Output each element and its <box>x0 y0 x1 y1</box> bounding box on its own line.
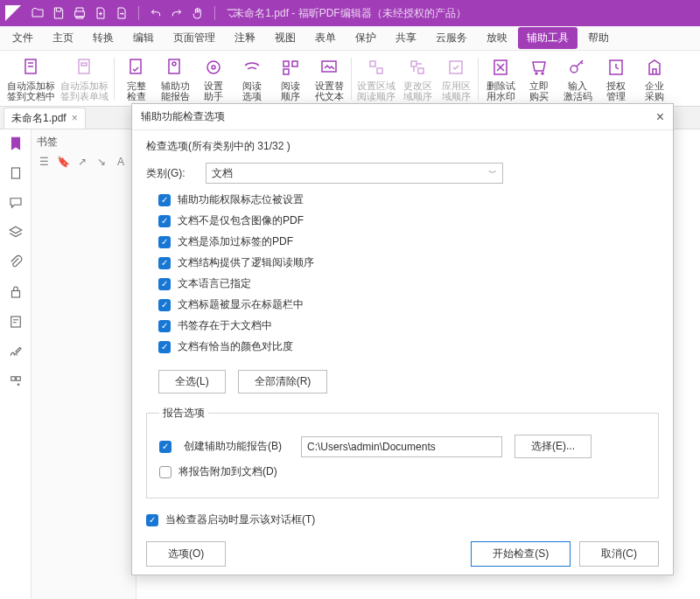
checkbox[interactable]: ✓ <box>158 299 171 311</box>
menu-view[interactable]: 视图 <box>266 27 304 49</box>
quick-access <box>30 5 240 21</box>
category-value: 文档 <box>212 166 233 181</box>
svg-rect-24 <box>10 317 20 327</box>
ribbon-set-region-order: 设置区域阅读顺序 <box>355 54 397 103</box>
checkbox-show-on-start[interactable]: ✓ <box>146 514 158 526</box>
menu-help[interactable]: 帮助 <box>579 27 618 49</box>
security-icon[interactable] <box>7 283 24 301</box>
panel-expand-icon[interactable]: ↗ <box>75 155 89 169</box>
menu-accessibility[interactable]: 辅助工具 <box>518 27 578 49</box>
report-path-field[interactable]: C:\Users\admin\Documents <box>301 436 502 457</box>
doc-tab[interactable]: 未命名1.pdf × <box>4 108 86 129</box>
options-button[interactable]: 选项(O) <box>146 541 226 567</box>
check-item-label: 文档结构提供了逻辑阅读顺序 <box>178 255 314 270</box>
checkbox[interactable]: ✓ <box>158 257 171 269</box>
signature-icon[interactable] <box>7 343 24 360</box>
menu-cloud[interactable]: 云服务 <box>427 27 476 49</box>
panel-text-icon[interactable]: A <box>114 155 128 169</box>
bookmarks-icon[interactable] <box>7 135 24 152</box>
ribbon-full-check[interactable]: 完整检查 <box>118 54 155 103</box>
category-select[interactable]: 文档 ﹀ <box>206 163 503 184</box>
ribbon-license-mgmt[interactable]: 授权管理 <box>598 54 634 103</box>
svg-point-6 <box>207 61 220 73</box>
checkbox-attach-report[interactable] <box>159 466 172 478</box>
menu-convert[interactable]: 转换 <box>84 27 122 49</box>
close-icon[interactable]: × <box>72 112 78 124</box>
start-check-button[interactable]: 开始检查(S) <box>471 541 570 567</box>
dialog-titlebar: 辅助功能检查选项 × <box>132 104 673 130</box>
select-all-button[interactable]: 全选(L) <box>158 370 226 394</box>
dialog-close-icon[interactable]: × <box>656 109 664 125</box>
ribbon-buy-now[interactable]: 立即购买 <box>521 54 557 103</box>
svg-rect-9 <box>292 61 298 66</box>
menu-share[interactable]: 共享 <box>387 27 425 49</box>
report-options-legend: 报告选项 <box>159 406 208 421</box>
svg-rect-26 <box>16 377 20 381</box>
pages-icon[interactable] <box>7 164 24 182</box>
svg-point-5 <box>172 62 176 66</box>
menu-edit[interactable]: 编辑 <box>124 27 163 49</box>
cancel-button[interactable]: 取消(C) <box>579 541 659 567</box>
ribbon-alt-text[interactable]: 设置替代文本 <box>311 54 347 103</box>
checkbox[interactable]: ✓ <box>158 194 171 206</box>
browse-button[interactable]: 选择(E)... <box>514 435 592 458</box>
checkbox[interactable]: ✓ <box>158 341 171 353</box>
menu-annotate[interactable]: 注释 <box>226 27 264 49</box>
ribbon-enter-key[interactable]: 输入激活码 <box>559 54 596 103</box>
svg-rect-14 <box>411 61 416 66</box>
svg-rect-10 <box>284 69 289 74</box>
check-options-header: 检查选项(所有类别中的 31/32 ) <box>146 139 659 154</box>
ribbon-read-order[interactable]: 阅读顺序 <box>272 54 309 103</box>
ribbon-setup-assistant[interactable]: 设置助手 <box>195 54 232 103</box>
clear-all-button[interactable]: 全部清除(R) <box>238 370 328 394</box>
create-report-label: 创建辅助功能报告(B) <box>184 439 289 454</box>
ribbon-change-region-order: 更改区域顺序 <box>399 54 436 103</box>
check-item-label: 文档是添加过标签的PDF <box>178 234 293 249</box>
svg-point-19 <box>542 73 543 74</box>
redo-icon[interactable] <box>169 5 185 21</box>
check-item-label: 辅助功能权限标志位被设置 <box>178 192 304 207</box>
hand-icon[interactable] <box>190 5 206 21</box>
menu-present[interactable]: 放映 <box>478 27 516 49</box>
ribbon-read-options[interactable]: 阅读选项 <box>234 54 270 103</box>
category-label: 类别(G): <box>146 166 195 181</box>
ribbon-enterprise[interactable]: 企业采购 <box>636 54 673 103</box>
dialog-title: 辅助功能检查选项 <box>141 109 225 124</box>
doc-plus-icon[interactable] <box>93 5 108 21</box>
checkbox[interactable]: ✓ <box>158 236 171 248</box>
checkbox-create-report[interactable]: ✓ <box>159 441 172 453</box>
menu-file[interactable]: 文件 <box>4 27 42 49</box>
checkbox[interactable]: ✓ <box>158 320 171 332</box>
print-icon[interactable] <box>72 5 88 21</box>
svg-rect-3 <box>130 59 141 73</box>
ribbon-autotag-form: 自动添加标签到表单域 <box>59 54 110 103</box>
ribbon-autotag-doc[interactable]: 自动添加标签到文档中 <box>5 54 57 103</box>
bookmarks-panel: 书签 ☰ 🔖 ↗ ↘ A <box>32 129 136 599</box>
menu-form[interactable]: 表单 <box>306 27 345 49</box>
check-item-label: 文档不是仅包含图像的PDF <box>178 213 304 228</box>
menu-home[interactable]: 主页 <box>44 27 82 49</box>
comments-icon[interactable] <box>7 194 24 212</box>
open-icon[interactable] <box>30 5 46 21</box>
ribbon-a11y-report[interactable]: 辅助功能报告 <box>157 54 193 103</box>
menu-pagemgmt[interactable]: 页面管理 <box>164 27 224 49</box>
panel-collapse-icon[interactable]: ↘ <box>94 155 108 169</box>
menu-protect[interactable]: 保护 <box>346 27 385 49</box>
attach-report-label: 将报告附加到文档(D) <box>178 464 277 479</box>
check-item-label: 书签存在于大文档中 <box>178 318 272 333</box>
form-icon[interactable] <box>7 313 24 331</box>
attachments-icon[interactable] <box>7 254 24 271</box>
undo-icon[interactable] <box>148 5 164 21</box>
checkbox[interactable]: ✓ <box>158 278 171 290</box>
panel-add-icon[interactable]: 🔖 <box>56 155 70 169</box>
more-icon[interactable] <box>7 373 24 390</box>
svg-rect-12 <box>370 61 375 66</box>
panel-menu-icon[interactable]: ☰ <box>37 155 51 169</box>
check-item-label: 文档标题被显示在标题栏中 <box>178 297 304 312</box>
ribbon-remove-trial-wm[interactable]: 删除试用水印 <box>482 54 519 103</box>
sidebar <box>0 129 32 599</box>
layers-icon[interactable] <box>7 224 24 241</box>
save-icon[interactable] <box>51 5 66 21</box>
doc-arrow-icon[interactable] <box>114 5 130 21</box>
checkbox[interactable]: ✓ <box>158 215 171 227</box>
